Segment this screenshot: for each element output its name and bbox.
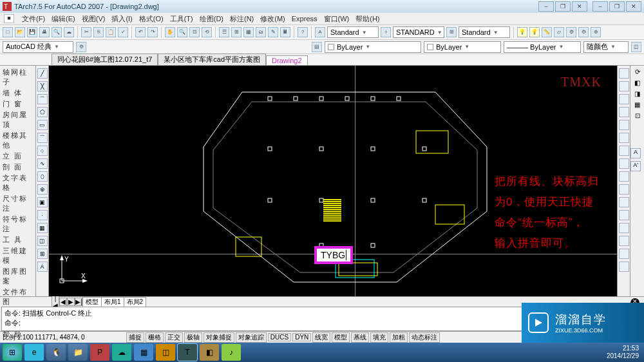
minimize-button[interactable]: –: [592, 1, 608, 12]
xline-icon[interactable]: ╳: [37, 81, 48, 91]
scale-icon[interactable]: [619, 158, 629, 169]
task-app2[interactable]: ◫: [156, 344, 175, 361]
pan-icon[interactable]: ✋: [165, 27, 175, 37]
table-style-combo[interactable]: Standard▼: [459, 26, 510, 38]
dyn-button[interactable]: DYN: [292, 333, 311, 341]
bulb1-icon[interactable]: 💡: [517, 27, 527, 37]
region-icon[interactable]: ◫: [37, 236, 48, 246]
move-icon[interactable]: [619, 133, 629, 143]
text-a2-icon[interactable]: A': [630, 161, 641, 171]
tab-prev-icon[interactable]: ◀: [59, 298, 67, 306]
menu-view[interactable]: 视图(V): [82, 14, 106, 24]
sheetset-icon[interactable]: 🗂: [256, 27, 266, 37]
workspace-combo[interactable]: AutoCAD 经典▼: [3, 41, 73, 53]
layer-props-icon[interactable]: ▤: [312, 42, 322, 52]
zoomwin-icon[interactable]: ⊡: [189, 27, 200, 37]
lineweight-combo[interactable]: 随颜色▼: [583, 41, 629, 53]
grid-button[interactable]: 栅格: [146, 332, 164, 343]
dim-style-combo[interactable]: STANDARD▼: [393, 26, 444, 38]
tp-wall[interactable]: 墙 体: [1, 88, 34, 99]
mtext-icon[interactable]: A: [37, 262, 48, 272]
copy-icon[interactable]: ⎘: [93, 27, 104, 37]
maximize-button[interactable]: ❐: [609, 1, 625, 12]
copy2-icon[interactable]: [619, 81, 629, 91]
menu-modify[interactable]: 修改(M): [260, 14, 285, 24]
menu-dimension[interactable]: 标注(N): [230, 14, 254, 24]
text-a-icon[interactable]: A: [630, 148, 641, 158]
baseline-button[interactable]: 基线: [351, 332, 369, 343]
extend-icon[interactable]: [619, 197, 629, 207]
fillet-icon[interactable]: [619, 249, 629, 259]
tab-next-icon[interactable]: ▶: [67, 298, 75, 306]
drawing-canvas[interactable]: TMXK TYBG 把所有: [49, 66, 617, 296]
menu-draw[interactable]: 绘图(D): [200, 14, 223, 24]
task-cad[interactable]: T: [178, 344, 197, 361]
rotate-icon[interactable]: [619, 146, 629, 156]
zoom-icon[interactable]: 🔍: [177, 27, 187, 37]
nav1-icon[interactable]: ◧: [634, 79, 640, 86]
arc-icon[interactable]: ⌒: [37, 133, 48, 143]
menu-tools[interactable]: 工具(T): [170, 14, 193, 24]
line-icon[interactable]: ╱: [37, 68, 48, 79]
tp-file[interactable]: 文件布图: [1, 287, 34, 307]
explode-icon[interactable]: [619, 262, 629, 272]
task-cloud[interactable]: ☁: [112, 344, 131, 361]
taskbar-clock[interactable]: 21:53 2014/12/29: [607, 345, 641, 360]
tab-layout2[interactable]: 布局2: [124, 297, 147, 307]
erase-icon[interactable]: [619, 68, 629, 79]
menu-express[interactable]: Express: [292, 15, 317, 23]
preview-icon[interactable]: 🔍: [52, 27, 62, 37]
tp-lib[interactable]: 图库图案: [1, 266, 34, 287]
doctab-1[interactable]: 同心花园6#施工图12.07.21_t7: [52, 53, 158, 65]
task-pdf[interactable]: P: [90, 344, 109, 361]
cut-icon[interactable]: ✂: [81, 27, 91, 37]
offset-icon[interactable]: [619, 107, 629, 117]
menu-help[interactable]: 帮助(H): [355, 14, 379, 24]
tp-sym[interactable]: 符号标注: [1, 214, 34, 234]
tp-dim[interactable]: 尺寸标注: [1, 193, 34, 214]
dyndim-button[interactable]: 动态标注: [409, 332, 440, 343]
tp-door[interactable]: 门 窗: [1, 99, 34, 110]
tab-layout1[interactable]: 布局1: [101, 297, 124, 307]
color-combo[interactable]: ByLayer▼: [424, 41, 501, 53]
menu-format[interactable]: 格式(O): [139, 14, 164, 24]
tp-stair[interactable]: 楼梯其他: [1, 130, 34, 151]
toolpalette-icon[interactable]: ▦: [243, 27, 254, 37]
menu-window[interactable]: 窗口(W): [324, 14, 350, 24]
zoomprev-icon[interactable]: ⟲: [202, 27, 212, 37]
insert-icon[interactable]: ⊕: [37, 184, 48, 195]
bulb2-icon[interactable]: 💡: [529, 27, 540, 37]
task-explorer[interactable]: 📁: [68, 344, 88, 361]
ducs-button[interactable]: DUCS: [268, 333, 291, 341]
tool2-icon[interactable]: ⚙: [578, 27, 589, 37]
bycolor-icon[interactable]: ◫: [631, 42, 641, 52]
stretch-icon[interactable]: [619, 171, 629, 182]
menu-file[interactable]: 文件(F): [22, 14, 45, 24]
properties-icon[interactable]: ☰: [219, 27, 229, 37]
ws-settings-icon[interactable]: ⚙: [76, 42, 86, 52]
pline-icon[interactable]: ⌒: [37, 94, 48, 104]
dimstyle-icon[interactable]: ⟊: [381, 27, 391, 37]
mirror-icon[interactable]: [619, 94, 629, 104]
tp-3d[interactable]: 三维建模: [1, 245, 34, 266]
polygon-icon[interactable]: ⬠: [37, 107, 48, 117]
tab-last-icon[interactable]: ▶|: [75, 298, 82, 306]
3dorbit-icon[interactable]: ⟳: [635, 68, 640, 75]
bold-button[interactable]: 加粗: [390, 332, 408, 343]
control-menu-icon[interactable]: ■: [4, 14, 14, 23]
designcenter-icon[interactable]: ⊞: [231, 27, 242, 37]
calc-icon[interactable]: 🖩: [280, 27, 290, 37]
close-button[interactable]: ✕: [626, 1, 641, 12]
block-icon[interactable]: ▣: [37, 197, 48, 207]
doctab-2[interactable]: 某小区地下车库cad平面方案图: [158, 53, 266, 65]
join-icon[interactable]: [619, 223, 629, 233]
break-icon[interactable]: [619, 210, 629, 220]
model-button[interactable]: 模型: [332, 332, 350, 343]
tp-elev[interactable]: 立 面: [1, 151, 34, 162]
publish-icon[interactable]: ☁: [64, 27, 74, 37]
paste-icon[interactable]: 📋: [106, 27, 116, 37]
ortho-button[interactable]: 正交: [165, 332, 183, 343]
nav3-icon[interactable]: ▦: [634, 101, 640, 108]
menu-insert[interactable]: 插入(I): [111, 14, 132, 24]
otrack-button[interactable]: 对象追踪: [236, 332, 267, 343]
